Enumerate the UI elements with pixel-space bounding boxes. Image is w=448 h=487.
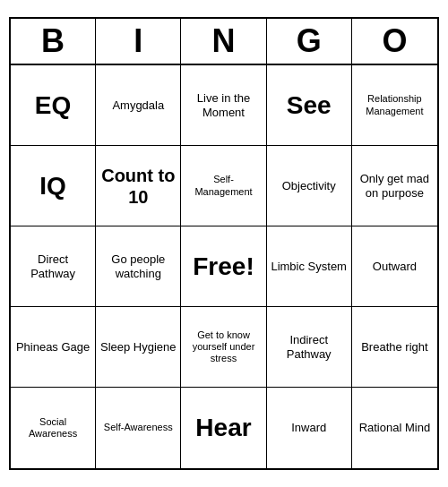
bingo-cell: Outward xyxy=(352,226,437,307)
bingo-cell: Only get mad on purpose xyxy=(352,146,437,226)
bingo-cell: Breathe right xyxy=(352,307,437,388)
header-letter: B xyxy=(11,19,96,64)
bingo-cell: Count to 10 xyxy=(96,146,181,226)
bingo-cell: Inward xyxy=(267,388,352,468)
bingo-grid: EQAmygdalaLive in the MomentSeeRelations… xyxy=(11,65,437,468)
bingo-cell: Direct Pathway xyxy=(11,226,96,307)
bingo-cell: Self-Awareness xyxy=(96,388,181,468)
header-letter: O xyxy=(352,19,437,64)
bingo-cell: Free! xyxy=(181,226,266,307)
bingo-cell: Amygdala xyxy=(96,65,181,146)
bingo-cell: Rational Mind xyxy=(352,388,437,468)
header-letter: N xyxy=(181,19,266,64)
bingo-cell: IQ xyxy=(11,146,96,226)
bingo-cell: Get to know yourself under stress xyxy=(181,307,266,388)
bingo-cell: Phineas Gage xyxy=(11,307,96,388)
bingo-cell: Go people watching xyxy=(96,226,181,307)
bingo-cell: Live in the Moment xyxy=(181,65,266,146)
bingo-cell: Indirect Pathway xyxy=(267,307,352,388)
bingo-card: BINGO EQAmygdalaLive in the MomentSeeRel… xyxy=(9,17,439,470)
bingo-cell: Self-Management xyxy=(181,146,266,226)
bingo-cell: Relationship Management xyxy=(352,65,437,146)
header-letter: G xyxy=(267,19,352,64)
header-letter: I xyxy=(96,19,181,64)
bingo-cell: Hear xyxy=(181,388,266,468)
bingo-cell: See xyxy=(267,65,352,146)
bingo-cell: EQ xyxy=(11,65,96,146)
bingo-cell: Limbic System xyxy=(267,226,352,307)
bingo-header: BINGO xyxy=(11,19,437,65)
bingo-cell: Sleep Hygiene xyxy=(96,307,181,388)
bingo-cell: Social Awareness xyxy=(11,388,96,468)
bingo-cell: Objectivity xyxy=(267,146,352,226)
